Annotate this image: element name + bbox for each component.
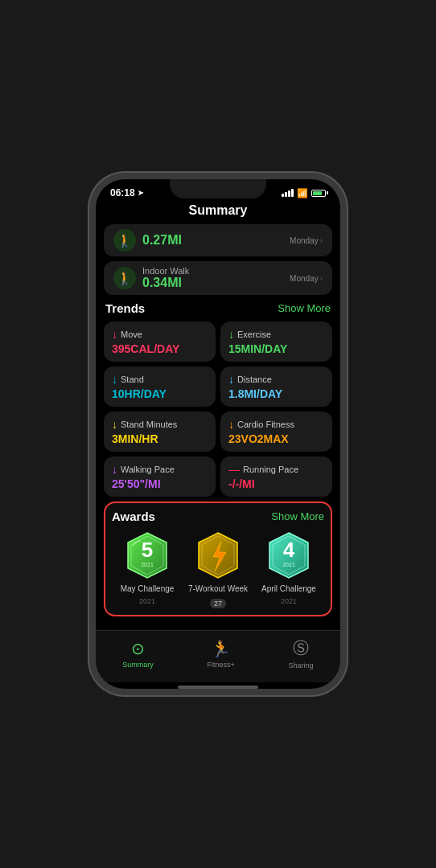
phone-frame: 06:18 ➤ 📶 Summary <box>89 173 347 695</box>
awards-header: Awards Show More <box>112 510 324 523</box>
activity-nav-1: Monday › <box>290 236 323 245</box>
move-arrow-icon: ↓ <box>112 328 117 341</box>
distance-value: 1.8MI/DAY <box>228 387 324 400</box>
fitness-plus-tab-label: Fitness+ <box>208 661 235 669</box>
sharing-tab-icon: Ⓢ <box>293 637 309 659</box>
tab-fitness-plus[interactable]: 🏃 Fitness+ <box>208 639 235 669</box>
page-title: Summary <box>189 203 248 217</box>
walk-distance-1: 0.27MI <box>142 233 182 248</box>
trends-header: Trends Show More <box>104 300 332 317</box>
home-indicator <box>178 686 258 689</box>
activity-row-left: 🚶 0.27MI <box>113 229 182 252</box>
walk-icon-circle: 🚶 <box>113 229 136 252</box>
stand-min-arrow-icon: ↓ <box>112 418 117 431</box>
walk-icon: 🚶 <box>117 233 133 248</box>
svg-text:5: 5 <box>142 538 153 562</box>
stand-min-label: Stand Minutes <box>121 420 177 429</box>
trends-title: Trends <box>105 301 145 315</box>
svg-text:2021: 2021 <box>282 562 295 567</box>
trend-stand[interactable]: ↓ Stand 10HR/DAY <box>104 366 216 407</box>
trend-cardio[interactable]: ↓ Cardio Fitness 23VO2MAX <box>220 411 332 452</box>
may-challenge-year: 2021 <box>139 597 155 605</box>
cardio-value: 23VO2MAX <box>228 432 324 445</box>
april-challenge-name: April Challenge <box>261 584 316 594</box>
battery-icon <box>311 190 326 197</box>
running-pace-value: -/-/MI <box>228 477 324 490</box>
phone-screen: 06:18 ➤ 📶 Summary <box>96 179 340 689</box>
stand-value: 10HR/DAY <box>112 387 208 400</box>
stand-min-value: 3MIN/HR <box>112 432 208 445</box>
award-workout-week[interactable]: 7-Workout Week 27 <box>186 530 250 608</box>
walking-pace-value: 25'50"/MI <box>112 477 208 490</box>
activity-day-1: Monday <box>290 236 319 245</box>
fitness-plus-tab-icon: 🏃 <box>211 639 231 658</box>
trend-stand-minutes[interactable]: ↓ Stand Minutes 3MIN/HR <box>104 411 216 452</box>
activity-row-walk2[interactable]: 🚶 Indoor Walk 0.34MI Monday › <box>104 261 332 295</box>
awards-title: Awards <box>112 510 155 523</box>
award-may-challenge[interactable]: 5 2021 May Challenge 2021 <box>115 530 179 605</box>
exercise-arrow-icon: ↓ <box>228 328 234 341</box>
svg-text:2021: 2021 <box>141 562 154 567</box>
awards-show-more[interactable]: Show More <box>271 510 324 522</box>
svg-text:4: 4 <box>283 538 295 562</box>
wifi-icon: 📶 <box>297 188 308 199</box>
trends-show-more[interactable]: Show More <box>278 302 331 314</box>
april-challenge-year: 2021 <box>281 597 297 605</box>
trend-move[interactable]: ↓ Move 395CAL/DAY <box>104 321 216 362</box>
awards-section: Awards Show More <box>104 502 332 616</box>
trend-exercise[interactable]: ↓ Exercise 15MIN/DAY <box>220 321 332 362</box>
walk-icon-2: 🚶 <box>117 271 133 286</box>
notch <box>170 179 266 199</box>
cardio-arrow-icon: ↓ <box>228 418 234 431</box>
workout-week-count: 27 <box>210 599 226 608</box>
workout-week-badge <box>192 530 244 581</box>
trend-walking-pace[interactable]: ↓ Walking Pace 25'50"/MI <box>104 457 216 497</box>
tab-sharing[interactable]: Ⓢ Sharing <box>289 637 314 669</box>
running-pace-label: Running Pace <box>243 465 298 474</box>
may-challenge-badge: 5 2021 <box>121 530 173 581</box>
trend-distance[interactable]: ↓ Distance 1.8MI/DAY <box>220 366 332 407</box>
page-header: Summary <box>96 202 340 224</box>
scroll-content[interactable]: 🚶 0.27MI Monday › 🚶 Indoor Walk <box>96 224 340 630</box>
activity-chevron-2: › <box>320 274 323 283</box>
april-challenge-badge: 4 2021 <box>263 530 315 581</box>
activity-day-2: Monday <box>290 274 319 283</box>
activity-row-walk1[interactable]: 🚶 0.27MI Monday › <box>104 224 332 256</box>
awards-row: 5 2021 May Challenge 2021 <box>112 530 324 608</box>
tab-summary[interactable]: ⊙ Summary <box>122 639 154 669</box>
trend-running-pace[interactable]: — Running Pace -/-/MI <box>220 457 332 497</box>
award-april-challenge[interactable]: 4 2021 April Challenge 2021 <box>257 530 321 605</box>
activity-label-2: Indoor Walk <box>142 266 189 276</box>
distance-label: Distance <box>237 375 272 384</box>
walk-distance-2: 0.34MI <box>142 276 189 290</box>
activity-chevron-1: › <box>320 236 323 245</box>
exercise-value: 15MIN/DAY <box>228 342 324 355</box>
distance-arrow-icon: ↓ <box>228 373 234 386</box>
exercise-label: Exercise <box>237 330 271 339</box>
activity-row-left-2: 🚶 Indoor Walk 0.34MI <box>113 266 189 290</box>
running-pace-dash-icon: — <box>228 463 240 476</box>
move-label: Move <box>121 330 142 339</box>
walking-pace-label: Walking Pace <box>121 465 175 474</box>
move-value: 395CAL/DAY <box>112 342 208 355</box>
activity-nav-2: Monday › <box>290 274 323 283</box>
signal-icon <box>282 189 294 197</box>
location-icon: ➤ <box>138 189 144 197</box>
activity-data-2: Indoor Walk 0.34MI <box>142 266 189 290</box>
walking-pace-arrow-icon: ↓ <box>112 463 117 476</box>
walk-icon-circle-2: 🚶 <box>113 267 136 289</box>
workout-week-name: 7-Workout Week <box>188 584 248 594</box>
status-icons: 📶 <box>282 188 326 199</box>
stand-label: Stand <box>121 375 144 384</box>
may-challenge-name: May Challenge <box>121 584 175 594</box>
tab-bar: ⊙ Summary 🏃 Fitness+ Ⓢ Sharing <box>96 630 340 682</box>
summary-tab-label: Summary <box>122 661 154 669</box>
status-time: 06:18 <box>110 187 135 199</box>
cardio-label: Cardio Fitness <box>237 420 294 429</box>
sharing-tab-label: Sharing <box>289 661 314 669</box>
trends-grid: ↓ Move 395CAL/DAY ↓ Exercise 15MIN/DAY <box>104 321 332 497</box>
stand-arrow-icon: ↓ <box>112 373 117 386</box>
summary-tab-icon: ⊙ <box>131 639 145 658</box>
